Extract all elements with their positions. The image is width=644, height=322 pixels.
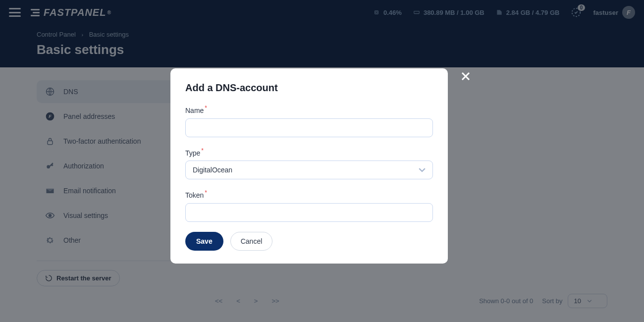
name-label: Name* xyxy=(185,105,433,114)
field-type: Type* DigitalOcean xyxy=(185,147,433,180)
field-token: Token* xyxy=(185,189,433,222)
cancel-button[interactable]: Cancel xyxy=(230,232,273,251)
name-input[interactable] xyxy=(185,118,433,137)
modal-overlay[interactable]: Add a DNS-account Name* Type* DigitalOce… xyxy=(0,0,644,322)
token-label-text: Token xyxy=(185,191,204,199)
modal-actions: Save Cancel xyxy=(185,232,433,251)
close-button[interactable] xyxy=(458,68,474,84)
token-label: Token* xyxy=(185,189,433,199)
type-label-text: Type xyxy=(185,149,200,157)
name-label-text: Name xyxy=(185,107,204,114)
required-asterisk: * xyxy=(205,105,207,111)
field-name: Name* xyxy=(185,105,433,137)
type-label: Type* xyxy=(185,147,433,157)
required-asterisk: * xyxy=(205,189,207,196)
modal-title: Add a DNS-account xyxy=(185,82,433,94)
required-asterisk: * xyxy=(201,147,204,154)
chevron-down-icon xyxy=(419,167,426,172)
modal-wrapper: Add a DNS-account Name* Type* DigitalOce… xyxy=(170,68,474,264)
add-dns-account-modal: Add a DNS-account Name* Type* DigitalOce… xyxy=(170,68,448,264)
type-value: DigitalOcean xyxy=(193,166,232,174)
type-select[interactable]: DigitalOcean xyxy=(185,161,433,179)
token-input[interactable] xyxy=(185,203,433,222)
close-icon xyxy=(460,70,472,82)
save-button[interactable]: Save xyxy=(185,232,223,251)
